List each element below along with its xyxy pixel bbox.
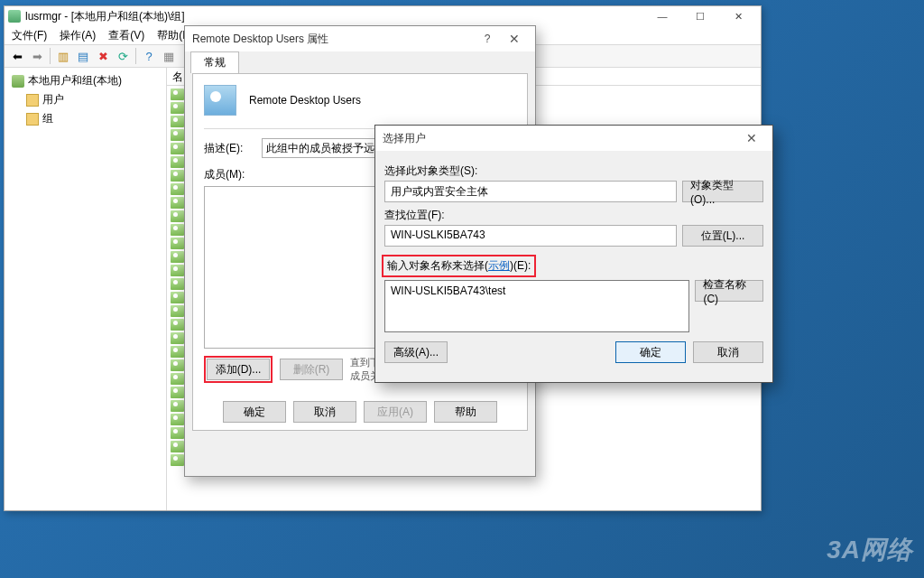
group-icon bbox=[171, 346, 184, 358]
folder-icon bbox=[26, 94, 39, 107]
location-field: WIN-USLKI5BA743 bbox=[384, 225, 677, 247]
group-icon bbox=[171, 197, 184, 209]
dialog-title: Remote Desktop Users 属性 bbox=[192, 32, 328, 47]
select-users-dialog: 选择用户 ✕ 选择此对象类型(S): 用户或内置安全主体 对象类型(O)... … bbox=[374, 125, 773, 383]
folder-icon bbox=[26, 113, 39, 126]
cancel-button[interactable]: 取消 bbox=[293, 401, 356, 423]
group-icon bbox=[171, 373, 184, 385]
object-type-field: 用户或内置安全主体 bbox=[384, 181, 677, 202]
object-names-input[interactable]: WIN-USLKI5BA743\test bbox=[384, 280, 689, 332]
window-title: lusrmgr - [本地用户和组(本地)\组] bbox=[25, 9, 185, 24]
dialog-title: 选择用户 bbox=[383, 131, 426, 146]
group-icon bbox=[171, 292, 184, 303]
location-button[interactable]: 位置(L)... bbox=[682, 225, 763, 247]
group-icon bbox=[171, 441, 184, 452]
tree-groups[interactable]: 组 bbox=[6, 109, 164, 128]
group-icon bbox=[171, 387, 184, 398]
menu-file[interactable]: 文件(F) bbox=[12, 28, 47, 43]
new-button[interactable]: ▥ bbox=[54, 47, 72, 65]
ok-button[interactable]: 确定 bbox=[223, 401, 286, 423]
close-icon[interactable]: ✕ bbox=[738, 131, 765, 145]
dialog-titlebar[interactable]: 选择用户 ✕ bbox=[375, 126, 772, 151]
group-icon bbox=[171, 400, 184, 412]
tree-root[interactable]: 本地用户和组(本地) bbox=[6, 71, 164, 90]
group-icon bbox=[171, 278, 184, 290]
forward-button[interactable]: ➡ bbox=[28, 47, 46, 65]
cancel-button[interactable]: 取消 bbox=[693, 341, 763, 363]
close-button[interactable]: ✕ bbox=[719, 7, 757, 25]
remove-button: 删除(R) bbox=[280, 359, 343, 380]
back-button[interactable]: ⬅ bbox=[8, 47, 26, 65]
tree-users-label: 用户 bbox=[42, 92, 64, 107]
group-icon bbox=[171, 89, 184, 100]
root-icon bbox=[12, 75, 24, 88]
dialog-titlebar[interactable]: Remote Desktop Users 属性 ? ✕ bbox=[185, 26, 535, 51]
group-icon bbox=[171, 102, 184, 114]
object-type-button[interactable]: 对象类型(O)... bbox=[682, 181, 763, 202]
group-icon bbox=[171, 210, 184, 222]
delete-button[interactable]: ✖ bbox=[94, 47, 112, 65]
help-button[interactable]: ? bbox=[140, 47, 158, 65]
group-icon bbox=[171, 359, 184, 371]
help-button[interactable]: 帮助 bbox=[434, 401, 497, 423]
app-icon bbox=[8, 10, 21, 23]
tree-root-label: 本地用户和组(本地) bbox=[28, 73, 122, 89]
group-icon bbox=[171, 156, 184, 168]
menu-action[interactable]: 操作(A) bbox=[60, 28, 96, 43]
add-button[interactable]: 添加(D)... bbox=[207, 359, 270, 380]
enter-names-label: 输入对象名称来选择(示例)(E): bbox=[384, 257, 533, 275]
menu-view[interactable]: 查看(V) bbox=[108, 28, 144, 43]
group-icon bbox=[171, 319, 184, 331]
group-icon bbox=[171, 170, 184, 182]
group-icon bbox=[171, 183, 184, 195]
group-icon bbox=[171, 265, 184, 276]
minimize-button[interactable]: — bbox=[643, 7, 681, 25]
help-icon[interactable]: ? bbox=[474, 33, 501, 45]
desc-label: 描述(E): bbox=[204, 141, 254, 156]
check-names-button[interactable]: 检查名称(C) bbox=[695, 280, 763, 302]
object-type-label: 选择此对象类型(S): bbox=[384, 163, 763, 179]
advanced-button[interactable]: 高级(A)... bbox=[384, 341, 448, 363]
tree-groups-label: 组 bbox=[42, 111, 53, 126]
group-icon bbox=[171, 238, 184, 249]
group-icon bbox=[171, 427, 184, 439]
watermark: 3A网络 bbox=[827, 533, 913, 567]
titlebar[interactable]: lusrmgr - [本地用户和组(本地)\组] — ☐ ✕ bbox=[5, 6, 761, 26]
props-button[interactable]: ▤ bbox=[74, 47, 92, 65]
group-icon bbox=[171, 305, 184, 317]
group-icon bbox=[171, 143, 184, 154]
tree-pane[interactable]: 本地用户和组(本地) 用户 组 bbox=[5, 68, 167, 510]
example-link[interactable]: 示例 bbox=[488, 259, 510, 272]
tree-users[interactable]: 用户 bbox=[6, 90, 164, 109]
refresh-button[interactable]: ⟳ bbox=[114, 47, 132, 65]
maximize-button[interactable]: ☐ bbox=[681, 7, 719, 25]
group-icon bbox=[171, 129, 184, 141]
tabstrip: 常规 bbox=[185, 51, 535, 73]
misc-button[interactable]: ▦ bbox=[160, 47, 178, 65]
group-icon bbox=[171, 332, 184, 344]
group-icon bbox=[171, 454, 184, 466]
group-icon bbox=[171, 224, 184, 236]
group-icon bbox=[171, 116, 184, 127]
close-icon[interactable]: ✕ bbox=[501, 32, 528, 46]
apply-button: 应用(A) bbox=[364, 401, 427, 423]
group-icon bbox=[171, 251, 184, 263]
ok-button[interactable]: 确定 bbox=[615, 341, 686, 363]
tab-general[interactable]: 常规 bbox=[190, 51, 239, 73]
group-icon bbox=[171, 414, 184, 425]
location-label: 查找位置(F): bbox=[384, 208, 763, 223]
group-name: Remote Desktop Users bbox=[249, 94, 361, 107]
group-icon bbox=[204, 85, 236, 116]
